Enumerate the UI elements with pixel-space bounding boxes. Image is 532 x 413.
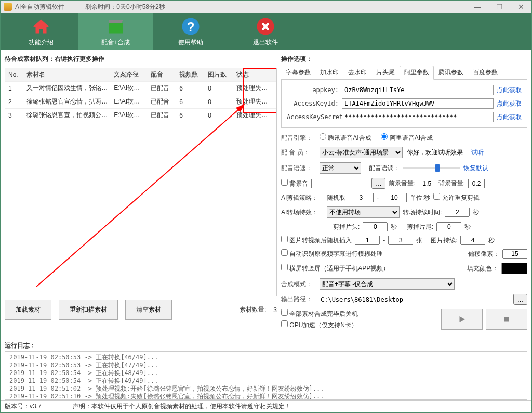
col-status[interactable]: 状态 [233, 68, 276, 82]
appkey-label: appkey: [287, 86, 339, 94]
voice-preview-input[interactable] [406, 148, 468, 157]
cut-head[interactable] [363, 222, 388, 231]
toolbar-help[interactable]: ? 使用帮助 [153, 13, 228, 50]
col-imgcount[interactable]: 图片数 [205, 68, 233, 82]
close-button[interactable]: ✕ [514, 3, 528, 11]
toolbar-exit[interactable]: 退出软件 [228, 13, 303, 50]
img-dur[interactable] [460, 236, 485, 245]
toolbar-help-label: 使用帮助 [178, 38, 203, 47]
restore-default[interactable]: 恢复默认 [463, 164, 488, 173]
clip-a[interactable] [349, 193, 374, 202]
titlebar: AI全自动剪辑软件 剩余时间：0天0小时58分2秒 — ☐ ✕ [1, 1, 531, 13]
svg-rect-5 [504, 317, 509, 322]
bg-vol-input[interactable] [468, 179, 485, 188]
img-b[interactable] [388, 236, 413, 245]
secret-get-link[interactable]: 点此获取 [497, 113, 522, 122]
ali-params: appkey:点此获取 AccessKeyId:点此获取 AccessKeySe… [281, 80, 527, 128]
param-tabs: 字幕参数加水印去水印片头尾阿里参数腾讯参数百度参数 [281, 66, 527, 80]
maximize-button[interactable]: ☐ [492, 3, 507, 11]
img-insert-checkbox[interactable]: 图片转视频后随机插入 [281, 236, 352, 245]
col-path[interactable]: 文案路径 [111, 68, 148, 82]
material-table-container: No. 素材名 文案路径 配音 视频数 图片数 状态 1又一对情侣因戏生情，张铭… [5, 68, 277, 296]
trans-dur[interactable] [445, 208, 470, 217]
cut-tail[interactable] [436, 222, 461, 231]
window-controls: — ☐ ✕ [470, 3, 528, 11]
shutdown-checkbox[interactable]: 全部素材合成完毕后关机 [281, 309, 358, 318]
table-row[interactable]: 2徐璐张铭恩官宣恋情，扒两…E:\AI软…已配音60预处理失… [5, 95, 276, 109]
cell-no: 1 [5, 82, 23, 95]
keyid-get-link[interactable]: 点此获取 [497, 99, 522, 108]
cell-vcount: 6 [176, 95, 205, 109]
allow-repeat-checkbox[interactable]: 允许重复剪辑 [433, 193, 479, 202]
col-no[interactable]: No. [5, 68, 23, 82]
bg-vol-label: 背景音量: [438, 179, 465, 188]
material-table[interactable]: No. 素材名 文案路径 配音 视频数 图片数 状态 1又一对情侣因戏生情，张铭… [5, 68, 276, 122]
tab-3[interactable]: 片头尾 [371, 66, 400, 80]
clip-b[interactable] [382, 193, 407, 202]
tab-2[interactable]: 去水印 [343, 66, 371, 80]
cell-no: 3 [5, 109, 23, 122]
img-a[interactable] [355, 236, 380, 245]
trans-label: AI转场特效： [281, 208, 324, 217]
appkey-input[interactable] [342, 85, 494, 95]
load-material-button[interactable]: 加载素材 [5, 300, 51, 320]
voice-label: 配 音 员： [281, 148, 316, 157]
outpath-input[interactable] [320, 295, 510, 304]
cell-dub: 已配音 [148, 82, 176, 95]
fill-color-select[interactable] [501, 263, 527, 274]
secret-input[interactable] [342, 112, 494, 122]
cell-status: 预处理失… [233, 109, 276, 122]
exit-icon [256, 17, 275, 36]
bgm-browse[interactable]: ... [371, 178, 385, 189]
rescan-material-button[interactable]: 重新扫描素材 [59, 300, 118, 320]
col-dub[interactable]: 配音 [148, 68, 176, 82]
cell-name: 徐璐张铭恩官宣，拍视频公… [23, 109, 111, 122]
toolbar-intro[interactable]: 功能介绍 [4, 13, 78, 50]
tab-6[interactable]: 百度参数 [468, 66, 502, 80]
col-vcount[interactable]: 视频数 [176, 68, 205, 82]
blur-checkbox[interactable]: 自动识别原视频字幕进行模糊处理 [281, 249, 383, 259]
engine-tencent[interactable]: 腾讯语音AI合成 [320, 133, 371, 143]
table-row[interactable]: 1又一对情侣因戏生情，张铭…E:\AI软…已配音60预处理失… [5, 82, 276, 95]
table-row[interactable]: 3徐璐张铭恩官宣，拍视频公…E:\AI软…已配音60预处理失… [5, 109, 276, 122]
try-voice-link[interactable]: 试听 [471, 148, 484, 157]
bgm-checkbox[interactable]: 背景音 [281, 179, 308, 188]
orient-checkbox[interactable]: 横屏转竖屏（适用于手机APP视频） [281, 264, 389, 273]
tab-1[interactable]: 加水印 [315, 66, 343, 80]
log-area[interactable]: 2019-11-19 02:50:53 -> 正在转换[46/49]... 20… [5, 351, 527, 400]
tab-5[interactable]: 腾讯参数 [434, 66, 468, 80]
speed-select[interactable]: 正常 [320, 162, 361, 174]
blur-px[interactable] [502, 249, 527, 259]
clapperboard-icon [107, 17, 125, 36]
trans-select[interactable]: 不使用转场 [327, 206, 400, 218]
main-toolbar: 功能介绍 配音+合成 ? 使用帮助 退出软件 [1, 13, 531, 50]
col-name[interactable]: 素材名 [23, 68, 111, 82]
minimize-button[interactable]: — [470, 3, 485, 11]
start-button[interactable] [441, 309, 483, 330]
clear-material-button[interactable]: 清空素材 [125, 300, 172, 320]
clip-label: AI剪辑策略： [281, 193, 324, 202]
fg-vol-label: 前景音量: [389, 179, 415, 188]
voice-select[interactable]: 小云-标准女声-通用场景 [320, 147, 403, 158]
app-title: AI全自动剪辑软件 [15, 3, 64, 11]
compose-mode-select[interactable]: 配音+字幕 -仅合成 [320, 278, 455, 290]
trans-dur-label: 转场持续时间: [403, 208, 442, 217]
material-count-label: 素材数量: [240, 305, 266, 314]
outpath-browse[interactable]: ... [513, 294, 527, 305]
cell-no: 2 [5, 95, 23, 109]
appkey-get-link[interactable]: 点此获取 [497, 86, 522, 95]
version-label: 版本号： [5, 403, 30, 410]
toolbar-dub[interactable]: 配音+合成 [78, 13, 153, 50]
engine-ali[interactable]: 阿里语音AI合成 [381, 133, 433, 143]
bgm-path-input[interactable] [311, 179, 368, 188]
stop-button[interactable] [486, 309, 527, 330]
tab-0[interactable]: 字幕参数 [281, 66, 315, 80]
fg-vol-input[interactable] [419, 179, 435, 188]
cell-status: 预处理失… [233, 82, 276, 95]
keyid-input[interactable] [342, 98, 494, 109]
tab-4[interactable]: 阿里参数 [400, 66, 434, 80]
cell-dub: 已配音 [148, 109, 176, 122]
gpu-checkbox[interactable]: GPU加速（仅支持N卡） [281, 320, 358, 330]
blur-px-label: 偏移像素： [468, 250, 499, 259]
pitch-slider[interactable] [403, 167, 460, 169]
